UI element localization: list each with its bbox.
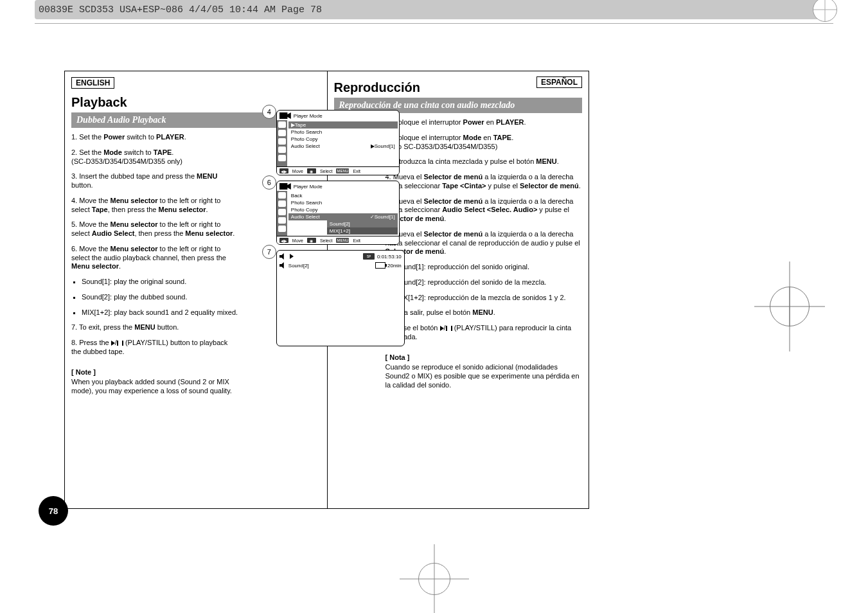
rstep-6c: MIX[1+2]: reproducción de la mezcla de s… [396, 294, 583, 303]
exit-label: Exit [353, 169, 360, 173]
sidebar-icon [278, 200, 286, 207]
battery-icon [375, 262, 385, 269]
back-label: Back [291, 193, 303, 199]
menu-exit-icon: MENU [336, 168, 349, 173]
sidebar-icon [278, 147, 286, 153]
step-6a: Sound[1]: play the original sound. [82, 278, 238, 287]
language-tag-spanish: ESPAÑOL [536, 76, 582, 88]
dropdown-mix: MIX[1+2] [327, 227, 398, 235]
step-5: 5. Move the Menu selector to the left or… [71, 220, 238, 238]
registration-crosshair-bottom [418, 563, 450, 595]
rstep-6b: Sound[2]: reproducción del sonido de la … [396, 278, 583, 287]
shot6-header: Player Mode [277, 181, 399, 191]
shot4-header: Player Mode [277, 111, 399, 120]
rstep-6a: Sound[1]: reproducción del sonido origin… [396, 263, 583, 272]
menu-photo-copy: Photo Copy [288, 136, 398, 143]
shot6-mode: Player Mode [294, 184, 323, 190]
note-heading-right: [ Nota ] [385, 353, 583, 362]
sidebar-icon [278, 209, 286, 215]
page-number: 78 [49, 506, 58, 516]
step-6c: MIX[1+2]: play back sound1 and 2 equalit… [82, 308, 238, 317]
divider [35, 23, 833, 24]
menu-audio-select: Audio Select ▶Sound[1] [288, 143, 398, 150]
select-icon: ◉ [307, 168, 316, 173]
move-label6: Move [292, 238, 303, 243]
speaker-icon-2 [279, 262, 286, 269]
menu-exit-icon: MENU [336, 238, 349, 243]
menu-photo-copy6: Photo Copy [288, 206, 398, 213]
rstep-6-list: Sound[1]: reproducción del sonido origin… [385, 263, 583, 302]
step-3: 3. Insert the dubbed tape and press the … [71, 172, 238, 190]
step-4: 4. Move the Menu selector to the left or… [71, 197, 238, 215]
step-badge-6: 6 [262, 175, 276, 190]
step-6: 6. Move the Menu selector to the left or… [71, 245, 238, 271]
shot4-mode: Player Mode [294, 113, 323, 119]
speaker-icon [279, 253, 286, 260]
sidebar-icon [278, 217, 286, 224]
step-2-sub: (SC-D353/D354/D354M/D355 only) [71, 157, 182, 165]
exit-label6: Exit [353, 238, 360, 243]
move-icon: ◀▶ [279, 238, 288, 243]
audio-select-label6: Audio Select [291, 214, 320, 220]
select-label6: Select [320, 238, 332, 243]
shot6-sidebar [277, 191, 287, 236]
step-badge-4: 4 [262, 105, 276, 119]
move-label: Move [292, 169, 303, 173]
step-1: 1. Set the Power switch to PLAYER. [71, 133, 238, 142]
sidebar-icon [278, 130, 286, 136]
file-header: 00839E SCD353 USA+ESP~086 4/4/05 10:44 A… [35, 0, 833, 19]
screenshot-7: 7 SP 0:01:53:10 [276, 250, 398, 346]
play-icon [111, 341, 115, 346]
rstep-1: 1. Coloque el interruptor Power en PLAYE… [385, 118, 583, 127]
sidebar-icon [278, 155, 286, 161]
rstep-4: 4. Mueva el Selector de menú a la izquie… [385, 173, 583, 191]
pause-icon [117, 341, 123, 346]
menu-audio-select6: Audio Select ✓Sound[1] [288, 213, 398, 220]
shot6-footer: ◀▶Move ◉Select MENUExit [277, 236, 399, 244]
step-2: 2. Set the Mode switch to TAPE.(SC-D353/… [71, 148, 238, 166]
screenshots-strip: 4 Player Mode [276, 110, 398, 346]
menu-tape: ▶Tape [288, 121, 398, 129]
menu-back: Back [288, 192, 398, 199]
sidebar-icon [278, 226, 286, 232]
camera-icon [279, 183, 291, 190]
step-7: 7. To exit, press the MENU button. [71, 323, 238, 332]
rstep-3: 3. Introduzca la cinta mezclada y pulse … [385, 157, 583, 166]
select-label: Select [320, 169, 332, 173]
play-screen: SP 0:01:53:10 Sound[2] 20min [276, 250, 405, 346]
rstep-2-sub: (Sólo SC-D353/D354/D354M/D355) [385, 143, 498, 150]
move-icon: ◀▶ [279, 168, 288, 173]
content-frame: ENGLISH Playback Dubbed Audio Playback 1… [64, 71, 589, 509]
body-right: 1. Coloque el interruptor Power en PLAYE… [385, 118, 583, 390]
step-6-list: Sound[1]: play the original sound. Sound… [71, 278, 238, 317]
section-title-left: Playback [71, 95, 321, 110]
menu-photo-search6: Photo Search [288, 199, 398, 206]
step-badge-7: 7 [262, 245, 276, 259]
timecode: 0:01:53:10 [377, 254, 402, 260]
sidebar-icon [278, 192, 286, 199]
select-icon: ◉ [307, 238, 316, 243]
rstep-8: 8. Pulse el botón / (PLAY/STILL) para re… [385, 324, 583, 342]
audio-select-value: ▶Sound[1] [371, 143, 395, 149]
crosshair-icon [813, 0, 837, 22]
sp-chip: SP [363, 253, 375, 260]
registration-crosshair-right [770, 287, 809, 326]
screenshot-6: 6 Player Mode [276, 181, 398, 245]
step-8: 8. Press the / (PLAY/STILL) button to pl… [71, 339, 238, 357]
body-left: 1. Set the Power switch to PLAYER. 2. Se… [71, 133, 238, 396]
rstep-2: 2. Coloque el interruptor Mode en TAPE.(… [385, 134, 583, 152]
rstep-7: 7. Para salir, pulse el botón MENU. [385, 308, 583, 317]
sound1-check: ✓Sound[1] [370, 214, 395, 220]
shot4-footer: ◀▶Move ◉Select MENUExit [277, 166, 399, 175]
note-heading-left: [ Note ] [71, 368, 238, 377]
file-header-text: 00839E SCD353 USA+ESP~086 4/4/05 10:44 A… [39, 4, 322, 15]
pause-icon-r [446, 326, 452, 331]
shot4-sidebar [277, 120, 287, 166]
audio-select-label: Audio Select [291, 143, 320, 149]
screenshot-4: 4 Player Mode [276, 110, 398, 175]
note-body-left: When you playback added sound (Sound 2 o… [71, 378, 238, 396]
play-status-icon [290, 254, 294, 259]
menu-photo-search: Photo Search [288, 129, 398, 136]
step-6b: Sound[2]: play the dubbed sound. [82, 293, 238, 302]
sidebar-icon [278, 121, 286, 128]
